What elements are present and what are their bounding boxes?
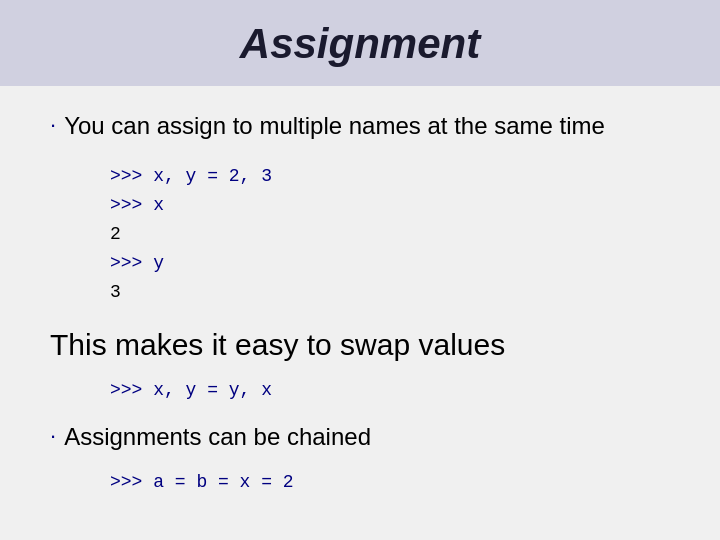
bullet-icon-1: ·: [50, 112, 56, 138]
code-line-1-4: >>> y: [110, 249, 670, 278]
slide-header: Assignment: [0, 0, 720, 86]
slide-content: · You can assign to multiple names at th…: [0, 86, 720, 540]
code-block-2: >>> x, y = y, x: [110, 376, 670, 405]
code-line-1-3: 2: [110, 220, 670, 249]
code-line-1-2: >>> x: [110, 191, 670, 220]
bullet-icon-2: ·: [50, 423, 56, 449]
bullet-item-1: · You can assign to multiple names at th…: [50, 110, 670, 142]
code-block-3: >>> a = b = x = 2: [110, 468, 670, 497]
slide: Assignment · You can assign to multiple …: [0, 0, 720, 540]
section-heading: This makes it easy to swap values: [50, 328, 670, 362]
bullet-text-1: You can assign to multiple names at the …: [64, 110, 605, 142]
code-line-1-5: 3: [110, 278, 670, 307]
bullet-text-2: Assignments can be chained: [64, 421, 371, 453]
code-line-1-1: >>> x, y = 2, 3: [110, 162, 670, 191]
slide-title: Assignment: [40, 20, 680, 68]
bullet-item-2: · Assignments can be chained: [50, 421, 670, 453]
code-block-1: >>> x, y = 2, 3 >>> x 2 >>> y 3: [110, 162, 670, 306]
